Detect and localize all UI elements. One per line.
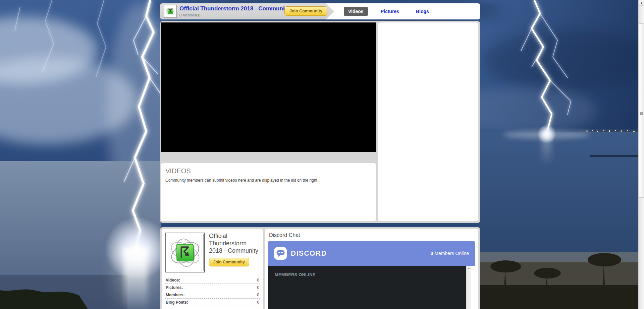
members-online-header: MEMBERS ONLINE <box>275 272 316 277</box>
stat-row-pictures: Pictures: 0 <box>165 284 260 291</box>
stat-label: Videos: <box>166 278 180 283</box>
stat-row-blog-posts: Blog Posts: 0 <box>165 299 260 306</box>
video-player[interactable] <box>161 22 376 152</box>
stat-label: Members: <box>166 293 185 297</box>
stat-value: 0 <box>257 285 259 290</box>
community-stats-list: Videos: 0 Pictures: 0 Members: 0 Blog Po… <box>165 276 260 306</box>
discord-widget: DISCORD 0 Members Online MEMBERS ONLINE … <box>268 241 475 309</box>
discord-logo-icon <box>274 247 287 260</box>
main-content-panel: VIDEOS Community members can submit vide… <box>160 21 480 223</box>
discord-widget-scrollbar[interactable]: ▲ <box>466 266 471 309</box>
page-scrollbar[interactable]: ▲ <box>638 0 644 309</box>
discord-chat-card: Discord Chat DISCORD 0 Members Online <box>265 229 478 309</box>
tab-blogs[interactable]: Blogs <box>412 7 433 16</box>
scrollbar-thumb-grip <box>640 112 643 115</box>
video-list-panel <box>378 22 478 221</box>
widget-padding-strip <box>471 266 475 309</box>
scrollbar-up-icon[interactable]: ▲ <box>639 0 644 6</box>
community-profile-card: Official Thunderstorm 2018 - Community J… <box>162 229 263 309</box>
videos-info-card: VIDEOS Community members can submit vide… <box>161 163 376 221</box>
videos-section-title: VIDEOS <box>165 167 191 175</box>
stat-row-members: Members: 0 <box>165 291 260 299</box>
stat-label: Pictures: <box>166 285 183 290</box>
tab-pictures[interactable]: Pictures <box>377 7 403 16</box>
online-label: Members Online <box>433 251 469 256</box>
stat-row-videos: Videos: 0 <box>165 276 260 284</box>
community-title: Official Thunderstorm 2018 - Community <box>179 5 290 12</box>
community-logo-icon <box>164 5 177 18</box>
discord-wordmark: DISCORD <box>291 249 327 258</box>
scroll-up-icon[interactable]: ▲ <box>467 267 471 270</box>
stat-value: 0 <box>257 278 259 283</box>
stat-value: 0 <box>257 300 259 305</box>
join-community-button[interactable]: Join Community <box>284 6 327 16</box>
discord-widget-body: MEMBERS ONLINE ▲ <box>268 266 475 309</box>
profile-community-title: Official Thunderstorm 2018 - Community <box>209 232 261 254</box>
discord-members-area: MEMBERS ONLINE <box>268 266 466 309</box>
community-tabs: Videos Pictures Blogs <box>334 3 433 19</box>
community-logo-large-icon <box>165 233 205 272</box>
discord-chat-heading: Discord Chat <box>269 232 300 238</box>
stat-label: Blog Posts: <box>166 300 188 305</box>
scrollbar-thumb[interactable] <box>639 23 644 198</box>
stat-value: 0 <box>257 293 259 297</box>
community-header-bar: Official Thunderstorm 2018 - Community 0… <box>160 3 480 19</box>
profile-join-community-button[interactable]: Join Community <box>209 258 249 266</box>
member-count: 0 Member(s) <box>179 13 200 17</box>
discord-widget-header: DISCORD 0 Members Online <box>268 241 475 266</box>
page: Official Thunderstorm 2018 - Community 0… <box>0 0 644 309</box>
bottom-content-panel: Official Thunderstorm 2018 - Community J… <box>160 227 480 309</box>
tab-videos[interactable]: Videos <box>344 7 368 16</box>
discord-members-online-count: 0 Members Online <box>431 251 469 256</box>
videos-section-description: Community members can submit videos here… <box>165 178 318 183</box>
